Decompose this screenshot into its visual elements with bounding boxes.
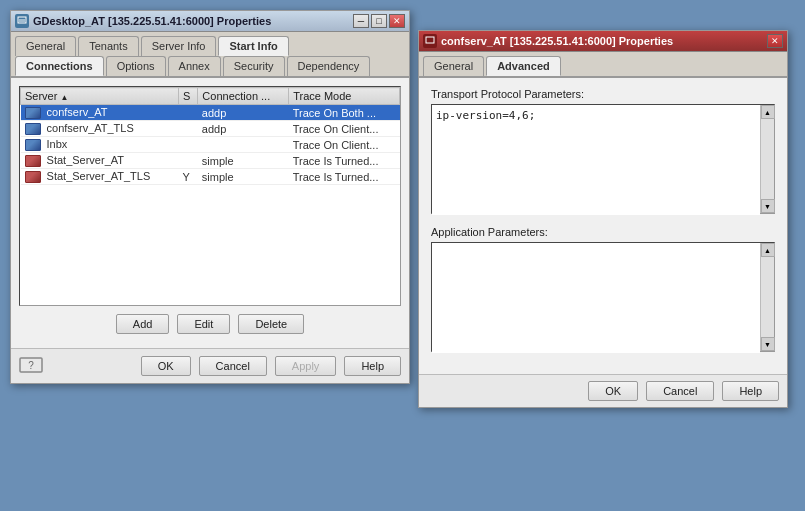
svg-rect-1 (19, 19, 25, 22)
confserv-help-button[interactable]: Help (722, 381, 779, 401)
tab-start-info[interactable]: Start Info (218, 36, 288, 56)
row-server-icon (25, 171, 41, 183)
confserv-tab-advanced[interactable]: Advanced (486, 56, 561, 76)
confserv-footer: OK Cancel Help (419, 374, 787, 407)
row-server-name: Inbx (47, 138, 68, 150)
tab-annex[interactable]: Annex (168, 56, 221, 76)
svg-rect-4 (426, 37, 434, 43)
help-button-main[interactable]: Help (344, 356, 401, 376)
tab-dependency[interactable]: Dependency (287, 56, 371, 76)
app-scroll-down-arrow[interactable]: ▼ (761, 337, 775, 351)
gdesktop-title-bar: GDesktop_AT [135.225.51.41:6000] Propert… (11, 11, 409, 32)
row-s (179, 153, 198, 169)
delete-button[interactable]: Delete (238, 314, 304, 334)
tab-row-1: General Tenants Server Info Start Info (11, 32, 409, 56)
row-server-icon (25, 123, 41, 135)
transport-textarea[interactable]: ip-version=4,6; (432, 105, 760, 215)
confserv-tab-general[interactable]: General (423, 56, 484, 76)
row-connection: simple (198, 153, 289, 169)
connections-content: Server ▲ S Connection ... Trace Mode con… (11, 78, 409, 348)
row-server-icon (25, 107, 41, 119)
scroll-up-arrow[interactable]: ▲ (761, 105, 775, 119)
confserv-tab-row: General Advanced (419, 52, 787, 78)
row-trace: Trace On Client... (289, 137, 400, 153)
maximize-button[interactable]: □ (371, 14, 387, 28)
row-server-name: confserv_AT (47, 106, 108, 118)
cancel-button-main[interactable]: Cancel (199, 356, 267, 376)
tab-server-info[interactable]: Server Info (141, 36, 217, 56)
col-trace[interactable]: Trace Mode (289, 88, 400, 105)
confserv-cancel-button[interactable]: Cancel (646, 381, 714, 401)
confserv-content: Transport Protocol Parameters: ip-versio… (419, 78, 787, 374)
row-trace: Trace Is Turned... (289, 169, 400, 185)
row-server-icon (25, 155, 41, 167)
table-row[interactable]: Stat_Server_AT_TLS Y simple Trace Is Tur… (21, 169, 400, 185)
tab-general[interactable]: General (15, 36, 76, 56)
application-textarea[interactable] (432, 243, 760, 353)
row-s (179, 137, 198, 153)
apply-button-main[interactable]: Apply (275, 356, 337, 376)
gdesktop-properties-window: GDesktop_AT [135.225.51.41:6000] Propert… (10, 10, 410, 384)
confserv-ok-button[interactable]: OK (588, 381, 638, 401)
tab-row-2: Connections Options Annex Security Depen… (11, 56, 409, 78)
row-server-icon (25, 139, 41, 151)
row-trace: Trace On Client... (289, 121, 400, 137)
connections-table-wrapper[interactable]: Server ▲ S Connection ... Trace Mode con… (19, 86, 401, 306)
minimize-button[interactable]: ─ (353, 14, 369, 28)
gdesktop-footer: ? OK Cancel Apply Help (11, 348, 409, 383)
svg-text:?: ? (28, 360, 34, 371)
app-scroll-up-arrow[interactable]: ▲ (761, 243, 775, 257)
application-label: Application Parameters: (431, 226, 775, 238)
scroll-down-arrow[interactable]: ▼ (761, 199, 775, 213)
row-server-name: Stat_Server_AT_TLS (47, 170, 151, 182)
application-text-wrapper: ▲ ▼ (431, 242, 775, 352)
row-connection: simple (198, 169, 289, 185)
table-row[interactable]: confserv_AT addp Trace On Both ... (21, 105, 400, 121)
confserv-close-button[interactable]: ✕ (767, 34, 783, 48)
application-scrollbar[interactable]: ▲ ▼ (760, 243, 774, 351)
confserv-window-title: confserv_AT [135.225.51.41:6000] Propert… (441, 35, 673, 47)
row-trace: Trace Is Turned... (289, 153, 400, 169)
row-s: Y (179, 169, 198, 185)
table-row[interactable]: Stat_Server_AT simple Trace Is Turned... (21, 153, 400, 169)
row-s (179, 105, 198, 121)
tab-tenants[interactable]: Tenants (78, 36, 139, 56)
transport-text-wrapper: ip-version=4,6; ▲ ▼ (431, 104, 775, 214)
row-connection: addp (198, 105, 289, 121)
gdesktop-window-title: GDesktop_AT [135.225.51.41:6000] Propert… (33, 15, 271, 27)
transport-scrollbar[interactable]: ▲ ▼ (760, 105, 774, 213)
col-server[interactable]: Server ▲ (21, 88, 179, 105)
row-s (179, 121, 198, 137)
ok-button-main[interactable]: OK (141, 356, 191, 376)
table-row[interactable]: Inbx Trace On Client... (21, 137, 400, 153)
confserv-properties-window: confserv_AT [135.225.51.41:6000] Propert… (418, 30, 788, 408)
row-trace: Trace On Both ... (289, 105, 400, 121)
col-connection[interactable]: Connection ... (198, 88, 289, 105)
add-button[interactable]: Add (116, 314, 170, 334)
transport-label: Transport Protocol Parameters: (431, 88, 775, 100)
row-server-name: Stat_Server_AT (47, 154, 124, 166)
tab-options[interactable]: Options (106, 56, 166, 76)
table-buttons: Add Edit Delete (19, 314, 401, 334)
confserv-title-bar: confserv_AT [135.225.51.41:6000] Propert… (419, 31, 787, 52)
close-button[interactable]: ✕ (389, 14, 405, 28)
sort-arrow-server: ▲ (60, 93, 68, 102)
confserv-window-icon (423, 34, 437, 48)
table-row[interactable]: confserv_AT_TLS addp Trace On Client... (21, 121, 400, 137)
row-server-name: confserv_AT_TLS (47, 122, 134, 134)
col-s[interactable]: S (179, 88, 198, 105)
row-connection: addp (198, 121, 289, 137)
tab-security[interactable]: Security (223, 56, 285, 76)
tab-connections[interactable]: Connections (15, 56, 104, 76)
row-connection (198, 137, 289, 153)
connections-table: Server ▲ S Connection ... Trace Mode con… (20, 87, 400, 185)
help-icon-footer: ? (19, 355, 43, 375)
edit-button[interactable]: Edit (177, 314, 230, 334)
gdesktop-window-icon (15, 14, 29, 28)
